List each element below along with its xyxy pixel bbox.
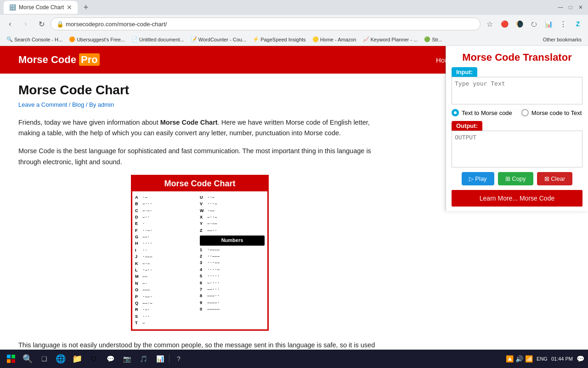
extension-icon-3[interactable]: ⭮	[527, 17, 540, 30]
taskbar-right: 🔼 🔊 📶 ENG 01:44 PM 💬	[506, 355, 584, 362]
search-taskbar-btn[interactable]: 🔍	[20, 351, 35, 366]
window-controls: — □ ✕	[557, 4, 584, 11]
article-p1: Friends, today we have given information…	[18, 117, 381, 138]
radio-circle-selected	[452, 109, 459, 116]
other-bookmarks-btn[interactable]: Other bookmarks	[540, 36, 584, 43]
taskbar-divider	[169, 354, 170, 363]
profile-icon[interactable]: Z	[571, 17, 584, 30]
system-clock[interactable]: 01:44 PM	[551, 356, 573, 362]
bookmark-icon: 🔍	[6, 36, 13, 42]
bookmarks-bar: 🔍 Search Console - H... 🟠 Ubersuggest's …	[0, 33, 588, 46]
chart-body: A·− B−··· C−·−· D−·· E· F··−· G−−· H····…	[132, 191, 267, 329]
notification-icon[interactable]: 💬	[577, 355, 584, 362]
page-content: Morse Code Pro Home Blog About us Contac…	[0, 46, 588, 368]
radio-label-text-to-morse: Text to Morse code	[462, 109, 512, 116]
forward-btn[interactable]: ›	[19, 17, 32, 30]
bookmark-icon: 🟠	[69, 36, 75, 42]
address-bar[interactable]: 🔒 morsecodepro.com/morse-code-chart/	[51, 17, 481, 30]
clear-button[interactable]: ⊠ Clear	[537, 172, 573, 185]
morse-chart-container: Morse Code Chart A·− B−··· C−·−· D−·· E·…	[18, 175, 381, 331]
lang-indicator: ENG	[537, 356, 548, 362]
output-textarea[interactable]	[452, 131, 582, 167]
help-icon[interactable]: ?	[171, 351, 186, 366]
author-link[interactable]: admin	[98, 101, 114, 108]
start-button[interactable]	[4, 351, 18, 366]
bookmark-wordcounter[interactable]: 📝 WordCounter - Cou...	[188, 35, 249, 43]
input-label: Input:	[452, 67, 477, 77]
url-text: morsecodepro.com/morse-code-chart/	[66, 21, 475, 28]
music-icon[interactable]: 🎵	[136, 351, 151, 366]
close-btn[interactable]: ✕	[577, 4, 584, 11]
bookmark-search-console[interactable]: 🔍 Search Console - H...	[4, 35, 65, 43]
tab-favicon: 🔡	[9, 4, 16, 11]
svg-rect-2	[7, 359, 11, 363]
article-meta: Leave a Comment / Blog / By admin	[18, 101, 381, 108]
explorer-icon[interactable]: 📁	[70, 351, 85, 366]
back-btn[interactable]: ‹	[4, 17, 17, 30]
bookmark-str[interactable]: 🟢 Str...	[421, 35, 445, 43]
bookmark-pagespeed[interactable]: ⚡ PageSpeed Insights	[250, 35, 308, 43]
article-p2: Morse Code is the best language for soph…	[18, 146, 381, 167]
svg-rect-1	[11, 355, 15, 358]
copy-button[interactable]: ⊞ Copy	[498, 172, 533, 185]
col-letters-right: U··− V···− W·−− X−··− Y−·−− Z−−·· Number…	[200, 194, 265, 327]
toolbar-icons: ☆ 🔴 🌘 ⭮ 📊 ⋮ Z	[483, 17, 584, 30]
radio-morse-to-text[interactable]: Morse code to Text	[521, 109, 582, 116]
numbers-header: Numbers	[200, 236, 265, 246]
col-letters-left: A·− B−··· C−·−· D−·· E· F··−· G−−· H····…	[135, 194, 200, 327]
camera-icon[interactable]: 📷	[119, 351, 134, 366]
minimize-btn[interactable]: —	[557, 4, 564, 11]
extension-icon-1[interactable]: 🔴	[498, 17, 511, 30]
radio-label-morse-to-text: Morse code to Text	[531, 109, 582, 116]
volume-icon[interactable]: 🔊	[515, 355, 523, 362]
bookmark-icon: 📝	[191, 36, 197, 42]
bookmark-icon: 🟢	[424, 36, 430, 42]
tab-title: Morse Code Chart	[19, 4, 64, 11]
network-icon[interactable]: 🔼	[506, 355, 514, 362]
wifi-icon[interactable]: 📶	[525, 355, 533, 362]
chart-header: Morse Code Chart	[132, 176, 267, 191]
bookmark-icon: ⚡	[253, 36, 259, 42]
extension-icon-4[interactable]: 📊	[542, 17, 555, 30]
radio-group: Text to Morse code Morse code to Text	[446, 104, 588, 121]
browser-chrome: 🔡 Morse Code Chart ✕ + — □ ✕ ‹ › ↻ 🔒 mor…	[0, 0, 588, 46]
svg-rect-3	[11, 359, 15, 363]
maximize-btn[interactable]: □	[567, 4, 574, 11]
article: Morse Code Chart Leave a Comment / Blog …	[0, 74, 400, 368]
radio-text-to-morse[interactable]: Text to Morse code	[452, 109, 512, 116]
svg-rect-0	[7, 355, 11, 358]
input-textarea[interactable]	[452, 77, 582, 104]
active-tab[interactable]: 🔡 Morse Code Chart ✕	[4, 1, 78, 14]
new-tab-btn[interactable]: +	[79, 1, 92, 14]
title-bar: 🔡 Morse Code Chart ✕ + — □ ✕	[0, 0, 588, 15]
bookmark-ubersuggest[interactable]: 🟠 Ubersuggest's Free...	[66, 35, 128, 43]
chat-icon[interactable]: 💬	[103, 351, 118, 366]
excel-icon[interactable]: 📊	[153, 351, 167, 366]
bookmark-amazon[interactable]: 🟡 Home - Amazon	[310, 35, 359, 43]
extension-icon-2[interactable]: 🌘	[513, 17, 526, 30]
site-logo: Morse Code Pro	[18, 54, 100, 66]
bookmark-keyword[interactable]: 📈 Keyword Planner - ...	[360, 35, 421, 43]
article-title: Morse Code Chart	[18, 83, 381, 98]
learn-more-button[interactable]: Learn More... Morse Code	[452, 190, 582, 207]
widget-title: Morse Code Translator	[446, 46, 588, 67]
tab-close-btn[interactable]: ✕	[67, 4, 72, 11]
logo-pro: Pro	[79, 53, 100, 66]
address-bar-row: ‹ › ↻ 🔒 morsecodepro.com/morse-code-char…	[0, 15, 588, 33]
shield-icon[interactable]: 🛡	[86, 351, 101, 366]
taskbar: 🔍 ❑ 🌐 📁 🛡 💬 📷 🎵 📊 ? 🔼 🔊 📶 ENG 01:44 PM 💬	[0, 350, 588, 368]
bookmark-docs[interactable]: 📄 Untitled document...	[129, 35, 187, 43]
reload-btn[interactable]: ↻	[35, 17, 48, 30]
bookmark-icon: 📄	[131, 36, 138, 42]
time-display: 01:44 PM	[551, 356, 573, 362]
bookmark-star-icon[interactable]: ☆	[483, 17, 496, 30]
task-view-btn[interactable]: ❑	[37, 351, 51, 366]
play-button[interactable]: ▷ Play	[462, 172, 494, 185]
edge-icon[interactable]: 🌐	[53, 351, 68, 366]
bookmark-icon: 📈	[363, 36, 369, 42]
leave-comment-link[interactable]: Leave a Comment	[18, 101, 67, 108]
blog-link[interactable]: Blog	[72, 101, 84, 108]
translator-widget: Morse Code Translator Input: Text to Mor…	[446, 46, 588, 211]
morse-chart-image: Morse Code Chart A·− B−··· C−·−· D−·· E·…	[131, 175, 269, 331]
settings-icon[interactable]: ⋮	[557, 17, 570, 30]
